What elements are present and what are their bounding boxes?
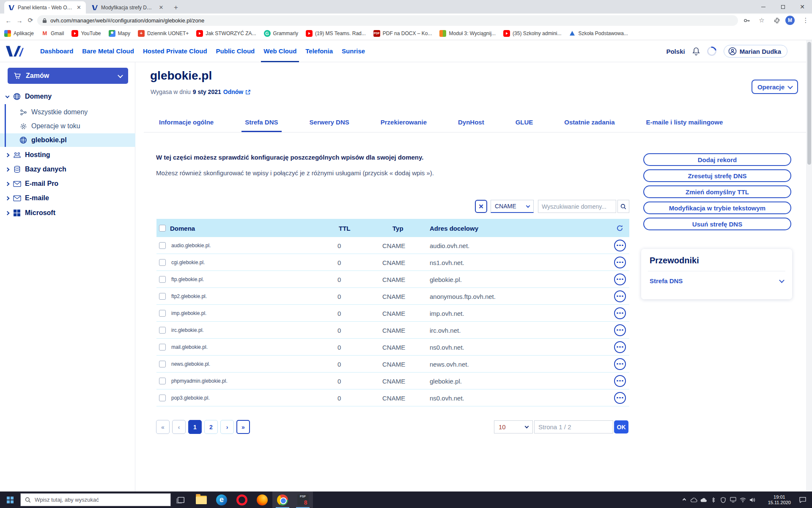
new-tab-button[interactable]: + xyxy=(171,3,181,13)
bookmark-pdf[interactable]: PDFPDF na DOCX – Ko... xyxy=(373,30,432,37)
psp-app-icon[interactable]: PSP8 xyxy=(293,491,313,508)
user-menu[interactable]: Marian Dudka xyxy=(724,45,787,58)
bookmark-video1[interactable]: Jak STWORZYĆ ZA... xyxy=(196,30,256,37)
sidebar-item-bazy-danych[interactable]: Bazy danych xyxy=(0,163,135,176)
sidebar-item-domeny[interactable]: Domeny xyxy=(0,90,135,103)
bookmark-grammarly[interactable]: GGrammarly xyxy=(264,30,298,37)
pagination-first-button[interactable]: « xyxy=(156,420,170,434)
onedrive-icon[interactable] xyxy=(691,496,698,503)
sidebar-item-operacje-w-toku[interactable]: Operacje w toku xyxy=(0,119,135,133)
row-checkbox[interactable] xyxy=(159,327,166,334)
column-ttl[interactable]: TTL xyxy=(339,224,351,232)
row-menu-button[interactable] xyxy=(614,240,626,251)
select-all-checkbox[interactable] xyxy=(159,225,166,232)
tab-glue[interactable]: GLUE xyxy=(516,117,533,133)
sidebar-item-hosting[interactable]: Hosting xyxy=(0,148,135,162)
text-mode-edit-button[interactable]: Modyfikacja w trybie tekstowym xyxy=(643,202,791,214)
forward-icon[interactable]: → xyxy=(14,15,25,25)
nav-web-cloud[interactable]: Web Cloud xyxy=(263,40,296,62)
row-menu-button[interactable] xyxy=(614,273,626,285)
row-menu-button[interactable] xyxy=(614,392,626,404)
tab-emaile-listy[interactable]: E-maile i listy mailingowe xyxy=(646,117,723,133)
renew-link[interactable]: Odnów xyxy=(223,88,243,95)
row-menu-button[interactable] xyxy=(614,307,626,319)
pagination-next-button[interactable]: › xyxy=(220,420,234,434)
file-explorer-icon[interactable] xyxy=(191,491,211,508)
tab-strefa-dns[interactable]: Strefa DNS xyxy=(245,117,278,133)
extensions-puzzle-icon[interactable] xyxy=(772,15,782,25)
row-checkbox[interactable] xyxy=(159,344,166,351)
search-button[interactable] xyxy=(617,200,629,213)
firefox-icon[interactable] xyxy=(252,491,272,508)
row-menu-button[interactable] xyxy=(614,375,626,387)
shield-icon[interactable] xyxy=(720,496,727,503)
delete-dns-zone-button[interactable]: Usuń strefę DNS xyxy=(643,218,791,230)
clear-filter-button[interactable]: ✕ xyxy=(475,200,487,213)
refresh-icon[interactable] xyxy=(616,224,623,232)
row-checkbox[interactable] xyxy=(159,395,166,401)
row-checkbox[interactable] xyxy=(159,276,166,283)
tab-ostatnie-zadania[interactable]: Ostatnie zadania xyxy=(564,117,614,133)
row-checkbox[interactable] xyxy=(159,259,166,266)
sidebar-item-microsoft[interactable]: Microsoft xyxy=(0,206,135,220)
bell-icon[interactable] xyxy=(692,47,700,55)
chrome-icon[interactable] xyxy=(272,491,293,508)
pagination-page-2[interactable]: 2 xyxy=(204,420,218,434)
bookmark-video3[interactable]: (35) Szkolny admini... xyxy=(503,30,561,37)
pagination-page-1[interactable]: 1 xyxy=(188,420,202,434)
nav-hosted-private-cloud[interactable]: Hosted Private Cloud xyxy=(143,40,207,62)
bookmark-apps[interactable]: Aplikacje xyxy=(4,30,34,37)
add-record-button[interactable]: Dodaj rekord xyxy=(643,153,791,166)
bluetooth-icon[interactable] xyxy=(710,496,717,503)
tab-informacje-ogolne[interactable]: Informacje ogólne xyxy=(159,117,214,133)
tab-serwery-dns[interactable]: Serwery DNS xyxy=(310,117,349,133)
sidebar-item-wszystkie-domeny[interactable]: Wszystkie domeny xyxy=(0,105,135,119)
language-selector[interactable]: Polski xyxy=(666,48,685,55)
profile-avatar[interactable]: M xyxy=(785,15,795,25)
window-minimize-button[interactable] xyxy=(754,0,773,14)
bookmark-modul[interactable]: Moduł 3: Wyciągnij... xyxy=(439,30,496,37)
record-type-select[interactable]: CNAME xyxy=(491,200,534,213)
row-menu-button[interactable] xyxy=(614,358,626,370)
browser-menu-icon[interactable]: ⋮ xyxy=(801,15,811,25)
bookmark-youtube[interactable]: YouTube xyxy=(71,30,101,37)
browser-tab-active[interactable]: Panel klienta - Web OVHcloud ✕ xyxy=(4,1,86,14)
browser-tab-inactive[interactable]: Modyfikacja strefy DNS | Dokum ✕ xyxy=(88,1,168,14)
bookmark-star-icon[interactable]: ☆ xyxy=(757,15,767,25)
row-checkbox[interactable] xyxy=(159,378,166,384)
sidebar-item-emaile[interactable]: E-maile xyxy=(0,191,135,205)
tab-dynhost[interactable]: DynHost xyxy=(458,117,484,133)
ovh-logo[interactable] xyxy=(5,45,24,57)
row-menu-button[interactable] xyxy=(614,324,626,336)
change-default-ttl-button[interactable]: Zmień domyślny TTL xyxy=(643,185,791,198)
bookmark-uonet[interactable]: +Dziennik UONET+ xyxy=(138,30,189,37)
task-view-button[interactable] xyxy=(171,491,191,508)
column-domain[interactable]: Domena xyxy=(170,224,195,232)
order-button[interactable]: Zamów xyxy=(8,68,128,84)
tab-close-icon[interactable]: ✕ xyxy=(159,4,164,11)
volume-icon[interactable] xyxy=(749,496,756,503)
action-center-icon[interactable] xyxy=(798,491,808,508)
nav-dashboard[interactable]: Dashboard xyxy=(40,40,73,62)
sidebar-item-glebokie-pl[interactable]: glebokie.pl xyxy=(0,133,135,147)
scrollbar-thumb[interactable] xyxy=(807,42,811,165)
taskbar-clock[interactable]: 19:01 15.11.2020 xyxy=(768,494,791,505)
edge-icon[interactable]: e xyxy=(211,491,232,508)
reload-icon[interactable]: ⟳ xyxy=(25,15,36,25)
nav-public-cloud[interactable]: Public Cloud xyxy=(216,40,255,62)
sidebar-item-email-pro[interactable]: E-mail Pro xyxy=(0,177,135,190)
reset-dns-zone-button[interactable]: Zresetuj strefę DNS xyxy=(643,169,791,182)
taskbar-search[interactable] xyxy=(20,493,171,506)
domain-search-input[interactable] xyxy=(538,200,616,213)
monitor-icon[interactable] xyxy=(730,496,737,503)
page-size-select[interactable]: 10 xyxy=(494,420,533,433)
operations-button[interactable]: Operacje xyxy=(752,80,798,94)
row-menu-button[interactable] xyxy=(614,290,626,302)
extension-key-icon[interactable] xyxy=(741,15,752,25)
column-target[interactable]: Adres docelowy xyxy=(430,224,478,232)
taskbar-search-input[interactable] xyxy=(35,497,153,503)
tab-close-icon[interactable]: ✕ xyxy=(76,4,82,11)
pagination-prev-button[interactable]: ‹ xyxy=(172,420,186,434)
row-menu-button[interactable] xyxy=(614,341,626,353)
row-checkbox[interactable] xyxy=(159,293,166,300)
